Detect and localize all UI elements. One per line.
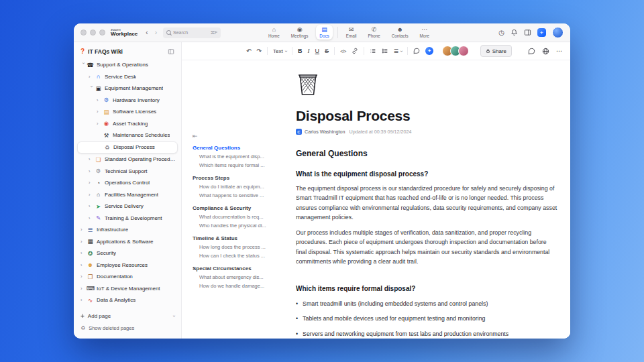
ai-companion-button[interactable]: ✦: [425, 47, 433, 55]
toc-item[interactable]: What documentation is req...: [193, 213, 281, 221]
chevron-right-icon[interactable]: ›: [89, 180, 95, 186]
list-item: • Tablets and mobile devices used for eq…: [296, 315, 559, 322]
toc-item[interactable]: How can I check the status ...: [193, 251, 281, 260]
italic-button[interactable]: I: [308, 48, 310, 54]
underline-button[interactable]: U: [315, 48, 320, 54]
chevron-right-icon[interactable]: ›: [89, 216, 95, 221]
sidebar-item-technical-support[interactable]: › ⚙ Technical Support: [74, 166, 181, 178]
minimize-button[interactable]: [90, 29, 96, 36]
sidebar-item-maintenance-schedules[interactable]: ⚒ Maintenance Schedules: [74, 129, 181, 141]
toc-section-timeline-status[interactable]: Timeline & Status: [193, 235, 281, 241]
toc-item[interactable]: How do I initiate an equipm...: [193, 182, 281, 191]
tab-contacts[interactable]: ☻ Contacts: [388, 25, 412, 40]
sidebar-item-applications-software[interactable]: › ▦ Applications & Software: [74, 236, 181, 248]
toc-section-process-steps[interactable]: Process Steps: [193, 175, 281, 181]
toc-item[interactable]: What is the equipment disp...: [193, 152, 281, 161]
chevron-right-icon[interactable]: ›: [89, 204, 95, 209]
back-icon[interactable]: ‹: [146, 29, 148, 36]
link-button[interactable]: [352, 48, 358, 54]
toc-item[interactable]: Which items require formal ...: [193, 161, 281, 170]
collapse-sidebar-icon[interactable]: [168, 48, 174, 55]
zoom-window-button[interactable]: [99, 29, 105, 36]
toc-section-general-questions[interactable]: General Questions: [193, 145, 281, 151]
toc-section-compliance-security[interactable]: Compliance & Security: [193, 205, 281, 211]
sidebar-item-disposal-process[interactable]: ♻ Disposal Process: [77, 141, 178, 154]
tab-more[interactable]: ⋯ More: [417, 25, 433, 40]
chevron-right-icon[interactable]: ›: [80, 227, 87, 233]
close-button[interactable]: [80, 29, 87, 36]
chevron-down-icon[interactable]: ›: [89, 86, 95, 92]
forward-icon[interactable]: ›: [155, 29, 157, 36]
code-button[interactable]: </>: [340, 49, 346, 54]
sidebar-item-iot-device-management[interactable]: › ⌨ IoT & Device Management: [74, 283, 181, 295]
clock-icon[interactable]: ◷: [498, 29, 504, 36]
chevron-right-icon[interactable]: ›: [80, 298, 87, 303]
align-dropdown[interactable]: ☰ ›: [394, 48, 402, 54]
toc-item[interactable]: Who handles the physical di...: [193, 221, 281, 230]
toc-item[interactable]: What happens to sensitive ...: [193, 191, 281, 200]
sidebar-item-service-desk[interactable]: › ∩ Service Desk: [74, 71, 181, 83]
chevron-right-icon[interactable]: ›: [80, 251, 87, 256]
chevron-right-icon[interactable]: ›: [89, 157, 95, 162]
sidebar-item-security[interactable]: › ✪ Security: [74, 247, 181, 259]
sidebar-item-service-delivery[interactable]: › ➤ Service Delivery: [74, 200, 181, 213]
chevron-right-icon[interactable]: ›: [97, 98, 103, 103]
sidebar-item-equipment-management[interactable]: › ▣ Equipment Management: [74, 82, 181, 95]
toc-item[interactable]: How long does the process ...: [193, 243, 281, 251]
sidebar-item-support-operations[interactable]: › ☎ Support & Operations: [74, 59, 181, 71]
tab-docs[interactable]: ▤ Docs: [316, 25, 332, 40]
chevron-right-icon[interactable]: ›: [80, 274, 87, 280]
numbered-list-button[interactable]: [370, 48, 376, 54]
sidebar-item-employee-resources[interactable]: › ☻ Employee Resources: [74, 259, 181, 272]
sidebar-item-hardware-inventory[interactable]: › ⚙ Hardware Inventory: [74, 95, 181, 107]
chevron-down-icon[interactable]: ›: [81, 62, 87, 68]
user-avatar[interactable]: [552, 27, 564, 38]
chevron-right-icon[interactable]: ›: [80, 263, 87, 268]
redo-button[interactable]: ↷: [257, 48, 262, 54]
bell-icon[interactable]: [511, 29, 518, 36]
globe-button[interactable]: [542, 48, 549, 55]
chevron-down-icon: ›: [399, 50, 404, 52]
sidebar-item-facilities-management[interactable]: › ⌂ Facilities Management: [74, 189, 181, 201]
bullet-list-button[interactable]: [382, 48, 388, 54]
tab-phone[interactable]: ✆ Phone: [364, 25, 383, 40]
tab-email[interactable]: ✉ Email: [343, 25, 360, 40]
chevron-right-icon[interactable]: ›: [89, 192, 95, 198]
chevron-right-icon[interactable]: ›: [89, 169, 95, 174]
toc-section-special-circumstances[interactable]: Special Circumstances: [193, 265, 281, 272]
collapse-toc-icon[interactable]: ⇤: [193, 133, 281, 139]
more-options-button[interactable]: ⋯: [556, 48, 562, 54]
chevron-right-icon[interactable]: ›: [97, 121, 103, 127]
sidebar-item-asset-tracking[interactable]: › ◉ Asset Tracking: [74, 118, 181, 130]
show-deleted-pages-button[interactable]: ♻ Show deleted pages: [80, 323, 174, 333]
collaborator-avatar[interactable]: [458, 46, 469, 56]
tab-meetings[interactable]: ◉ Meetings: [288, 25, 312, 40]
strikethrough-button[interactable]: S: [325, 48, 329, 54]
search-input[interactable]: Search ⌘F: [163, 27, 221, 38]
comment-button[interactable]: [413, 48, 420, 54]
chevron-right-icon[interactable]: ›: [80, 286, 87, 292]
share-button[interactable]: Share: [480, 45, 512, 57]
comments-panel-button[interactable]: [528, 48, 535, 55]
add-icon[interactable]: +: [537, 28, 546, 37]
sidebar-item-documentation[interactable]: › ❐ Documentation: [74, 271, 181, 283]
chevron-right-icon[interactable]: ›: [97, 109, 103, 115]
toc-item[interactable]: What about emergency dis...: [193, 273, 281, 282]
tab-home[interactable]: ⌂ Home: [265, 25, 283, 40]
add-page-button[interactable]: + Add page ›: [80, 311, 174, 321]
bold-button[interactable]: B: [298, 48, 303, 54]
keyboard-icon: ⌨: [87, 286, 94, 292]
toc-item[interactable]: How do we handle damage...: [193, 282, 281, 290]
chevron-down-icon[interactable]: ›: [170, 315, 176, 317]
text-style-dropdown[interactable]: Text ›: [273, 48, 286, 54]
sidebar-item-software-licenses[interactable]: › ▤ Software Licenses: [74, 106, 181, 118]
sidebar-item-operations-control[interactable]: › ◔ Operations Control: [74, 177, 181, 189]
chevron-right-icon[interactable]: ›: [89, 74, 95, 80]
sidebar-item-training-development[interactable]: › ✎ Training & Development: [74, 213, 181, 225]
sidebar-item-data-analytics[interactable]: › ∿ Data & Analytics: [74, 294, 181, 306]
sidebar-item-infrastructure[interactable]: › ☰ Infrastructure: [74, 224, 181, 236]
undo-button[interactable]: ↶: [246, 48, 252, 54]
sidebar-item-standard-operating-procedures[interactable]: › ❏ Standard Operating Procedures: [74, 154, 181, 166]
panel-toggle-icon[interactable]: [524, 29, 531, 36]
chevron-right-icon[interactable]: ›: [80, 239, 87, 245]
